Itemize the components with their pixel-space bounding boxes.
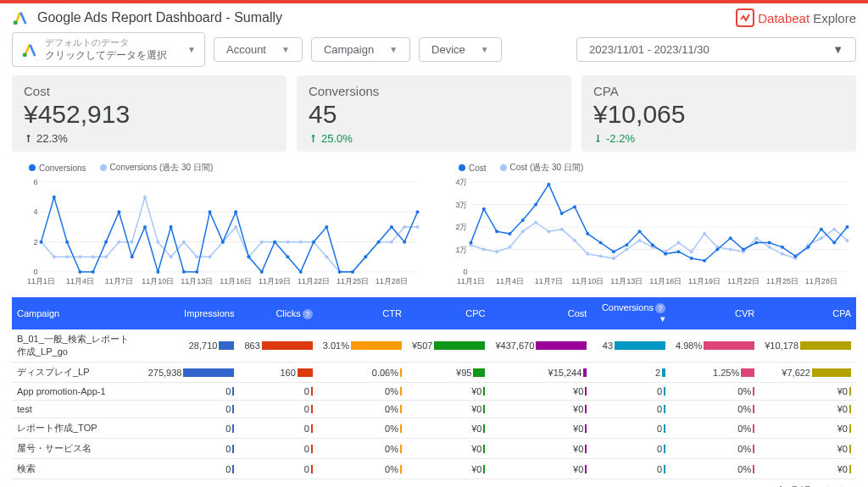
chart-legend: CostCost (過去 30 日間) <box>442 160 856 177</box>
svg-text:11月19日: 11月19日 <box>259 277 291 285</box>
campaign-dropdown[interactable]: Campaign▼ <box>311 37 410 62</box>
svg-text:11月13日: 11月13日 <box>181 277 213 285</box>
chart-legend: ConversionsConversions (過去 30 日間) <box>12 160 426 177</box>
conv-cell: 2 <box>592 362 670 383</box>
legend-item: Cost (過去 30 日間) <box>500 162 584 174</box>
svg-point-109 <box>586 252 589 256</box>
svg-point-71 <box>312 241 315 244</box>
cpa-cell: ¥10,178 <box>760 329 856 362</box>
cpc-cell: ¥95 <box>407 362 490 383</box>
cpc-cell: ¥0 <box>407 383 490 401</box>
info-icon[interactable]: ? <box>303 309 313 319</box>
table-row[interactable]: App promotion-App-1 0 0 0% ¥0 ¥0 0 0% ¥0 <box>12 383 856 401</box>
table-row[interactable]: 屋号・サービス名 0 0 0% ¥0 ¥0 0 0% ¥0 <box>12 439 856 459</box>
impressions-cell: 28,710 <box>143 329 240 362</box>
col-header[interactable]: CVR <box>670 297 760 329</box>
up-arrow-icon: 🠕 <box>309 134 318 144</box>
col-header[interactable]: Clicks? <box>239 297 317 329</box>
table-row[interactable]: test 0 0 0% ¥0 ¥0 0 0% ¥0 <box>12 401 856 418</box>
legend-item: Conversions (過去 30 日間) <box>100 162 214 174</box>
svg-point-33 <box>209 256 212 259</box>
device-dropdown[interactable]: Device▼ <box>419 37 502 62</box>
svg-text:3万: 3万 <box>455 201 467 209</box>
table-row[interactable]: ディスプレイ_LP 275,938 160 0.06% ¥95 ¥15,244 … <box>12 362 856 383</box>
table-row[interactable]: B_01_一般_検索_レポート作成_LP_go 28,710 863 3.01%… <box>12 329 856 362</box>
cvr-cell: 0% <box>670 439 760 459</box>
kpi-card[interactable]: CPA ¥10,065 🠗 -2.2% <box>581 75 856 152</box>
ctr-cell: 3.01% <box>318 329 407 362</box>
svg-point-102 <box>495 250 498 253</box>
svg-point-142 <box>625 243 628 246</box>
col-header[interactable]: Cost <box>490 297 592 329</box>
svg-text:2万: 2万 <box>455 223 467 231</box>
cpa-cell: ¥7,622 <box>760 362 856 383</box>
kpi-card[interactable]: Conversions 45 🠕 25.0% <box>297 75 571 152</box>
kpi-label: Conversions <box>309 84 559 98</box>
cost-cell: ¥0 <box>490 401 592 418</box>
ctr-cell: 0% <box>318 383 407 401</box>
svg-point-152 <box>754 241 758 245</box>
col-header[interactable]: Campaign <box>12 297 143 329</box>
svg-point-148 <box>703 259 706 263</box>
cpa-cell: ¥0 <box>760 383 856 401</box>
table-row[interactable]: 検索 0 0 0% ¥0 ¥0 0 0% ¥0 <box>12 459 856 479</box>
legend-item: Cost <box>459 162 487 174</box>
col-header[interactable]: Conversions? ▾ <box>592 297 670 329</box>
svg-text:11月16日: 11月16日 <box>649 277 682 285</box>
svg-point-35 <box>234 225 237 229</box>
svg-point-68 <box>273 241 276 244</box>
svg-point-151 <box>742 248 745 252</box>
svg-point-54 <box>92 270 95 274</box>
svg-point-48 <box>403 225 406 229</box>
date-range-picker[interactable]: 2023/11/01 - 2023/11/30▼ <box>576 37 856 62</box>
campaign-cell: 屋号・サービス名 <box>12 439 143 459</box>
svg-point-79 <box>416 211 420 214</box>
kpi-label: Cost <box>24 84 275 98</box>
svg-point-143 <box>638 230 642 234</box>
data-source-select[interactable]: デフォルトのデータ クリックしてデータを選択 ▼ <box>12 32 205 67</box>
cvr-cell: 0% <box>670 401 760 418</box>
svg-text:11月4日: 11月4日 <box>66 277 94 285</box>
svg-point-56 <box>117 211 120 214</box>
svg-text:11月25日: 11月25日 <box>337 277 369 285</box>
table-row[interactable]: レポート作成_TOP 0 0 0% ¥0 ¥0 0 0% ¥0 <box>12 418 856 439</box>
svg-text:1万: 1万 <box>455 246 467 254</box>
up-arrow-icon: 🠕 <box>24 134 33 144</box>
chevron-down-icon: ▼ <box>481 45 489 54</box>
svg-point-147 <box>690 257 693 260</box>
svg-point-101 <box>482 248 486 252</box>
svg-point-67 <box>260 270 264 274</box>
pagination: 1 - 7 / 7 < > <box>12 479 856 487</box>
conv-cell: 0 <box>592 418 670 439</box>
conv-cell: 0 <box>592 383 670 401</box>
svg-point-47 <box>390 241 393 244</box>
campaign-cell: ディスプレイ_LP <box>12 362 143 383</box>
kpi-change: 🠕 22.3% <box>24 132 275 145</box>
campaign-cell: B_01_一般_検索_レポート作成_LP_go <box>12 329 143 362</box>
col-header[interactable]: CPA <box>760 297 856 329</box>
svg-point-154 <box>781 246 784 249</box>
col-header[interactable]: Impressions <box>143 297 240 329</box>
svg-point-112 <box>625 248 628 252</box>
svg-point-32 <box>195 256 198 259</box>
svg-point-69 <box>286 256 289 259</box>
svg-text:11月7日: 11月7日 <box>105 277 133 285</box>
svg-point-25 <box>104 256 108 259</box>
kpi-card[interactable]: Cost ¥452,913 🠕 22.3% <box>12 75 287 152</box>
brand-text: Databeat <box>758 11 810 25</box>
google-ads-mini-icon <box>21 42 38 58</box>
clicks-cell: 0 <box>239 401 317 418</box>
svg-text:11月28日: 11月28日 <box>376 277 408 285</box>
kpi-change: 🠗 -2.2% <box>593 132 844 145</box>
info-icon[interactable]: ? <box>655 303 665 313</box>
svg-point-141 <box>612 250 615 253</box>
svg-point-150 <box>729 237 732 241</box>
col-header[interactable]: CTR <box>318 297 407 329</box>
prev-page-button[interactable]: < <box>822 483 829 487</box>
cpc-cell: ¥0 <box>407 459 490 479</box>
account-dropdown[interactable]: Account▼ <box>214 37 303 62</box>
svg-point-65 <box>234 211 237 214</box>
svg-point-53 <box>78 270 81 274</box>
next-page-button[interactable]: > <box>841 483 848 487</box>
col-header[interactable]: CPC <box>407 297 490 329</box>
